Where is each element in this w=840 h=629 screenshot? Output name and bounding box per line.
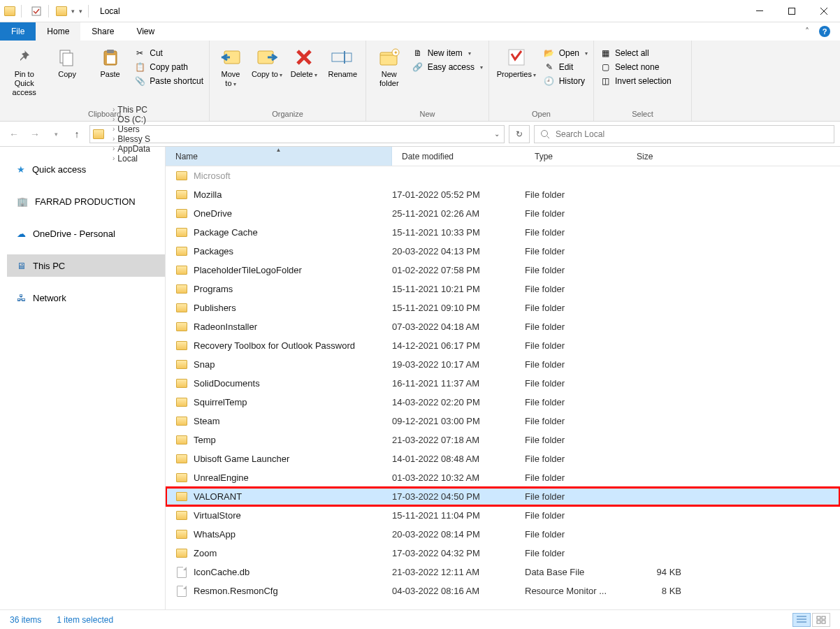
tab-file[interactable]: File (0, 22, 36, 41)
delete-button[interactable]: Delete▾ (288, 43, 320, 80)
group-organize-label: Organize (215, 108, 360, 121)
open-button[interactable]: 📂Open▾ (544, 48, 588, 59)
file-date: 17-01-2022 05:52 PM (392, 189, 525, 200)
file-row[interactable]: Ubisoft Game Launcher14-01-2022 08:48 AM… (166, 449, 840, 468)
file-row[interactable]: Recovery Toolbox for Outlook Password14-… (166, 336, 840, 355)
easy-access-icon: 🔗 (412, 62, 423, 73)
address-dropdown[interactable]: ⌄ (494, 130, 500, 138)
file-size: 8 KB (627, 586, 687, 596)
file-row[interactable]: SquirrelTemp14-03-2022 02:20 PMFile fold… (166, 393, 840, 412)
file-row[interactable]: Temp21-03-2022 07:18 AMFile folder (166, 431, 840, 449)
file-date: 21-03-2022 07:18 AM (392, 435, 525, 445)
copy-button[interactable]: Copy (48, 43, 85, 79)
help-icon[interactable]: ? (819, 26, 830, 37)
nav-up-button[interactable]: ↑ (68, 126, 85, 143)
new-folder-icon: ✦ (378, 46, 400, 68)
address-bar[interactable]: ›This PC›OS (C:)›Users›Blessy S›AppData›… (89, 125, 505, 143)
details-view-button[interactable] (792, 613, 811, 627)
history-button[interactable]: 🕘History (544, 75, 588, 87)
nav-onedrive[interactable]: ☁OneDrive - Personal (7, 222, 165, 245)
select-all-button[interactable]: ▦Select all (600, 48, 672, 59)
move-to-button[interactable]: Move to▾ (215, 43, 246, 89)
pin-quick-access-button[interactable]: Pin to Quick access (6, 43, 43, 97)
nav-this-pc[interactable]: 🖥This PC (7, 254, 165, 277)
file-row[interactable]: Steam09-12-2021 03:00 PMFile folder (166, 412, 840, 431)
nav-network[interactable]: 🖧Network (7, 287, 165, 309)
svg-rect-11 (344, 51, 345, 64)
file-row[interactable]: Microsoft (166, 166, 840, 185)
minimize-button[interactable] (744, 0, 776, 22)
file-row[interactable]: Publishers15-11-2021 09:10 PMFile folder (166, 298, 840, 317)
file-type: File folder (525, 416, 627, 426)
column-size[interactable]: Size (627, 152, 697, 161)
tab-home[interactable]: Home (36, 22, 80, 41)
status-item-count: 36 items (10, 615, 41, 625)
file-row[interactable]: Package Cache15-11-2021 10:33 PMFile fol… (166, 223, 840, 242)
file-row[interactable]: RadeonInstaller07-03-2022 04:18 AMFile f… (166, 317, 840, 336)
qat-dropdown[interactable]: ▾ (71, 8, 75, 15)
network-icon: 🖧 (17, 293, 26, 303)
breadcrumb-item[interactable]: ›OS (C:) (108, 115, 152, 124)
file-type: Data Base File (525, 567, 627, 577)
group-clipboard-label: Clipboard (6, 108, 203, 121)
file-row[interactable]: WhatsApp20-03-2022 08:14 PMFile folder (166, 525, 840, 544)
file-name: Temp (189, 435, 392, 445)
breadcrumb-item[interactable]: ›Blessy S (108, 134, 152, 144)
nav-history-dropdown[interactable]: ▾ (48, 126, 64, 143)
column-type[interactable]: Type (525, 152, 627, 161)
file-row[interactable]: PlaceholderTileLogoFolder01-02-2022 07:5… (166, 261, 840, 280)
invert-selection-button[interactable]: ◫Invert selection (600, 75, 672, 87)
refresh-button[interactable]: ↻ (509, 125, 530, 143)
nav-farrad[interactable]: 🏢FARRAD PRODUCTION (7, 190, 165, 212)
tab-share[interactable]: Share (80, 22, 125, 41)
svg-rect-1 (756, 10, 763, 11)
ribbon-collapse-icon[interactable]: ˄ (805, 27, 809, 36)
qat-folder-icon[interactable] (56, 6, 67, 16)
close-button[interactable] (808, 0, 840, 22)
folder-icon (176, 398, 187, 407)
nav-quick-access[interactable]: ★Quick access (7, 158, 165, 180)
nav-back-button[interactable]: ← (6, 126, 22, 143)
file-type: File folder (525, 548, 627, 558)
file-row[interactable]: Packages20-03-2022 04:13 PMFile folder (166, 242, 840, 261)
file-name: UnrealEngine (189, 472, 392, 483)
file-row[interactable]: VirtualStore15-11-2021 11:04 PMFile fold… (166, 506, 840, 525)
file-row[interactable]: SolidDocuments16-11-2021 11:37 AMFile fo… (166, 374, 840, 393)
copy-to-button[interactable]: Copy to▾ (252, 43, 282, 80)
paste-button[interactable]: Paste (92, 43, 129, 79)
move-to-icon (219, 46, 242, 68)
file-row[interactable]: UnrealEngine01-03-2022 10:32 AMFile fold… (166, 468, 840, 487)
folder-icon (176, 322, 187, 331)
easy-access-button[interactable]: 🔗Easy access▾ (412, 62, 483, 73)
new-item-button[interactable]: 🗎New item▾ (412, 48, 483, 59)
file-row[interactable]: Programs15-11-2021 10:21 PMFile folder (166, 280, 840, 298)
column-name[interactable]: ▲Name (166, 147, 392, 166)
qat-checkbox[interactable] (31, 6, 41, 16)
maximize-button[interactable] (776, 0, 808, 22)
search-box[interactable]: Search Local (534, 125, 834, 143)
nav-forward-button[interactable]: → (27, 126, 43, 143)
file-row[interactable]: VALORANT17-03-2022 04:50 PMFile folder (166, 487, 840, 506)
tab-view[interactable]: View (125, 22, 166, 41)
column-date[interactable]: Date modified (392, 152, 525, 161)
select-none-button[interactable]: ▢Select none (600, 62, 672, 73)
file-row[interactable]: Resmon.ResmonCfg04-03-2022 08:16 AMResou… (166, 581, 840, 600)
new-folder-button[interactable]: ✦ New folder (372, 43, 407, 88)
breadcrumb-item[interactable]: ›This PC (108, 105, 152, 115)
svg-text:✦: ✦ (393, 50, 398, 56)
large-icons-view-button[interactable] (812, 613, 830, 627)
rename-button[interactable]: Rename (326, 43, 360, 79)
copy-path-button[interactable]: 📋Copy path (134, 62, 203, 73)
breadcrumb-item[interactable]: ›Users (108, 124, 152, 134)
file-row[interactable]: IconCache.db21-03-2022 12:11 AMData Base… (166, 563, 840, 581)
file-row[interactable]: Mozilla17-01-2022 05:52 PMFile folder (166, 185, 840, 204)
building-icon: 🏢 (17, 196, 28, 207)
properties-button[interactable]: Properties▾ (495, 43, 538, 80)
file-row[interactable]: Zoom17-03-2022 04:32 PMFile folder (166, 544, 840, 563)
edit-button[interactable]: ✎Edit (544, 62, 588, 73)
cut-button[interactable]: ✂Cut (134, 48, 203, 59)
file-name: Steam (189, 416, 392, 426)
file-row[interactable]: OneDrive25-11-2021 02:26 AMFile folder (166, 204, 840, 223)
paste-shortcut-button[interactable]: 📎Paste shortcut (134, 75, 203, 87)
file-row[interactable]: Snap19-03-2022 10:17 AMFile folder (166, 355, 840, 374)
